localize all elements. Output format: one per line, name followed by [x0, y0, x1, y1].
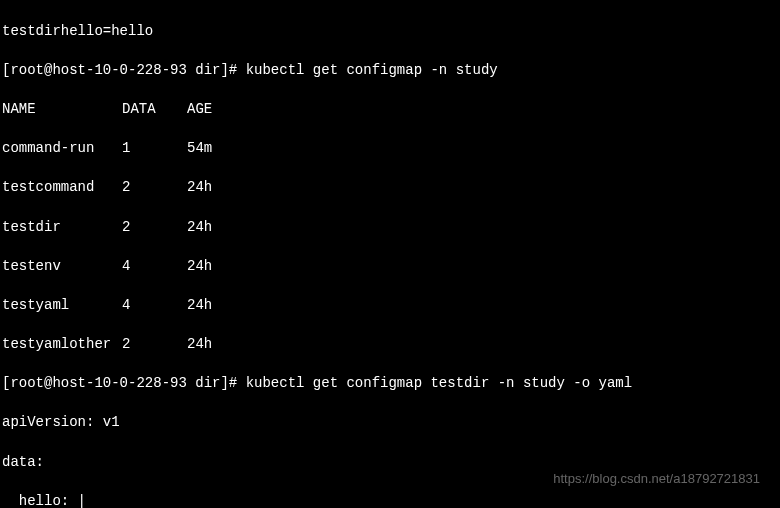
table-row: testenv424h [2, 257, 778, 277]
header-name: NAME [2, 100, 122, 120]
cell-data: 4 [122, 296, 187, 316]
table-row: testcommand224h [2, 178, 778, 198]
yaml-line: apiVersion: v1 [2, 413, 778, 433]
cell-age: 24h [187, 178, 212, 198]
header-age: AGE [187, 100, 212, 120]
cell-age: 24h [187, 218, 212, 238]
cell-data: 2 [122, 218, 187, 238]
table-header: NAMEDATAAGE [2, 100, 778, 120]
command-line: [root@host-10-0-228-93 dir]# kubectl get… [2, 61, 778, 81]
cell-age: 54m [187, 139, 212, 159]
cell-name: testyamlother [2, 335, 122, 355]
command-text: kubectl get configmap -n study [246, 62, 498, 78]
cell-age: 24h [187, 335, 212, 355]
table-row: testyaml424h [2, 296, 778, 316]
yaml-line: hello: | [2, 492, 778, 508]
cell-name: testcommand [2, 178, 122, 198]
cell-age: 24h [187, 257, 212, 277]
shell-prompt: [root@host-10-0-228-93 dir]# [2, 375, 246, 391]
cell-data: 1 [122, 139, 187, 159]
cell-data: 2 [122, 178, 187, 198]
cell-name: testyaml [2, 296, 122, 316]
header-data: DATA [122, 100, 187, 120]
cell-name: testenv [2, 257, 122, 277]
cell-age: 24h [187, 296, 212, 316]
cell-name: testdir [2, 218, 122, 238]
shell-prompt: [root@host-10-0-228-93 dir]# [2, 62, 246, 78]
cell-name: command-run [2, 139, 122, 159]
cell-data: 2 [122, 335, 187, 355]
command-text: kubectl get configmap testdir -n study -… [246, 375, 632, 391]
cell-data: 4 [122, 257, 187, 277]
table-row: testdir224h [2, 218, 778, 238]
command-line: [root@host-10-0-228-93 dir]# kubectl get… [2, 374, 778, 394]
terminal-output[interactable]: testdirhello=hello [root@host-10-0-228-9… [2, 2, 778, 508]
table-row: testyamlother224h [2, 335, 778, 355]
table-row: command-run154m [2, 139, 778, 159]
output-line: testdirhello=hello [2, 22, 778, 42]
watermark-text: https://blog.csdn.net/a18792721831 [553, 470, 760, 488]
